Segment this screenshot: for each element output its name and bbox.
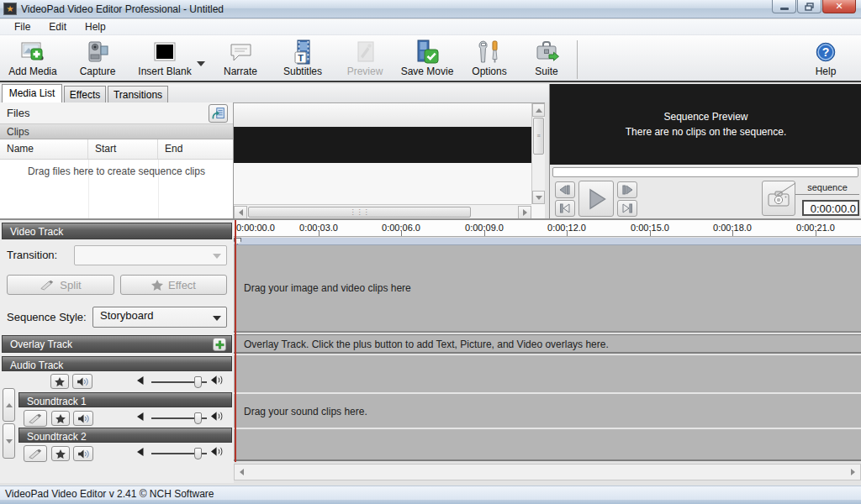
window-title: VideoPad Video Editor Professional - Unt… bbox=[21, 3, 224, 15]
overlay-track-header: Overlay Track bbox=[2, 335, 232, 353]
transition-select[interactable] bbox=[74, 245, 227, 265]
arrow-left-icon bbox=[239, 209, 243, 216]
insert-blank-button[interactable]: Insert Blank bbox=[136, 39, 193, 77]
options-button[interactable]: Options bbox=[467, 39, 511, 77]
previous-frame-button[interactable] bbox=[555, 181, 575, 198]
preview-button[interactable]: Preview bbox=[341, 39, 388, 77]
audio-tracks-timeline[interactable]: Drag your sound clips here. bbox=[234, 355, 861, 461]
video-track-hint: Drag your image and video clips here bbox=[244, 282, 411, 294]
media-list-panel: Files Clips Name Start End Drag files he… bbox=[0, 102, 234, 218]
svg-text:T: T bbox=[298, 53, 304, 63]
add-overlay-icon bbox=[215, 340, 224, 349]
next-frame-button[interactable] bbox=[617, 181, 637, 198]
scroll-down-button[interactable] bbox=[532, 191, 545, 204]
track-control-panel: Video Track Transition: Split Effect Seq… bbox=[0, 220, 234, 483]
split-button[interactable]: Split bbox=[7, 275, 114, 295]
sequence-preview-title: Sequence Preview bbox=[663, 111, 747, 123]
window-controls: ✕ bbox=[772, 0, 856, 13]
menu-bar: File Edit Help bbox=[0, 19, 861, 35]
arrow-up-icon bbox=[536, 108, 542, 113]
restore-icon bbox=[805, 3, 814, 11]
overlay-track-timeline[interactable]: Overlay Track. Click the plus button to … bbox=[234, 334, 861, 354]
clips-table-body[interactable]: Drag files here to create sequence clips bbox=[0, 160, 233, 218]
clips-empty-hint: Drag files here to create sequence clips bbox=[0, 160, 233, 177]
capture-button[interactable]: Capture bbox=[76, 39, 119, 77]
scroll-left-button[interactable] bbox=[234, 206, 247, 219]
menu-file[interactable]: File bbox=[5, 19, 40, 34]
vertical-scroll-thumb[interactable]: ≡ bbox=[533, 118, 544, 155]
clip-pane-horizontal-scrollbar[interactable]: ⋮⋮⋮ bbox=[234, 204, 531, 219]
scroll-up-button[interactable] bbox=[532, 103, 545, 117]
soundtrack1-split-button[interactable] bbox=[24, 410, 47, 427]
play-button[interactable] bbox=[578, 181, 614, 217]
arrow-down-icon bbox=[536, 196, 542, 200]
sequence-seek-slider[interactable] bbox=[552, 167, 858, 177]
detach-panel-button[interactable] bbox=[209, 104, 228, 123]
timeline-horizontal-scrollbar[interactable] bbox=[234, 464, 861, 480]
suite-icon bbox=[532, 39, 561, 66]
audio-effect-button[interactable] bbox=[50, 374, 69, 389]
tracks-scroll-up-button[interactable] bbox=[3, 388, 15, 422]
horizontal-scroll-thumb[interactable]: ⋮⋮⋮ bbox=[248, 207, 471, 218]
soundtrack1-mute-button[interactable] bbox=[73, 411, 93, 426]
timeline-scroll-left-button[interactable] bbox=[235, 465, 249, 480]
soundtrack2-mute-button[interactable] bbox=[73, 446, 93, 461]
go-to-start-button[interactable] bbox=[555, 200, 575, 217]
chevron-down-icon bbox=[213, 254, 221, 259]
files-title: Files bbox=[7, 107, 29, 119]
timeline-scroll-right-button[interactable] bbox=[846, 465, 860, 480]
scroll-right-button[interactable] bbox=[518, 206, 531, 219]
column-name[interactable]: Name bbox=[0, 139, 88, 159]
effect-button[interactable]: Effect bbox=[120, 275, 227, 295]
sequence-time-display: 0:00:00.0 bbox=[802, 200, 859, 216]
add-media-button[interactable]: Add Media bbox=[7, 39, 59, 77]
sequence-tab[interactable]: sequence bbox=[795, 182, 859, 195]
volume-slider-thumb[interactable] bbox=[194, 376, 202, 388]
minimize-button[interactable] bbox=[772, 0, 796, 13]
add-media-icon bbox=[18, 39, 47, 66]
close-icon: ✕ bbox=[835, 1, 843, 12]
videopad-window: ★ VideoPad Video Editor Professional - U… bbox=[0, 0, 861, 504]
svg-text:?: ? bbox=[822, 45, 830, 59]
audio-mute-button[interactable] bbox=[72, 374, 92, 389]
tab-transitions[interactable]: Transitions bbox=[108, 86, 168, 102]
help-button[interactable]: ? Help bbox=[807, 39, 844, 77]
track-divider bbox=[234, 392, 861, 394]
arrow-right-icon bbox=[523, 209, 527, 216]
restore-button[interactable] bbox=[797, 0, 821, 13]
clip-pane-vertical-scrollbar[interactable]: ≡ bbox=[531, 103, 545, 204]
soundtrack2-effect-button[interactable] bbox=[51, 446, 70, 461]
volume-slider-thumb[interactable] bbox=[194, 448, 202, 459]
soundtrack1-effect-button[interactable] bbox=[51, 411, 70, 426]
sequence-style-select[interactable]: Storyboard bbox=[92, 307, 227, 328]
column-end[interactable]: End bbox=[158, 139, 233, 159]
volume-max-icon bbox=[211, 375, 224, 386]
detach-panel-icon bbox=[211, 107, 225, 121]
sequence-preview-message: There are no clips on the sequence. bbox=[626, 126, 786, 138]
tab-media-list[interactable]: Media List bbox=[2, 84, 62, 102]
split-knife-icon bbox=[40, 280, 55, 291]
window-bottom-border bbox=[0, 500, 861, 504]
tracks-scroll-down-button[interactable] bbox=[3, 423, 15, 459]
video-track-timeline[interactable]: Drag your image and video clips here bbox=[234, 245, 861, 333]
soundtrack2-split-button[interactable] bbox=[24, 445, 47, 462]
volume-slider-thumb[interactable] bbox=[194, 412, 202, 424]
menu-edit[interactable]: Edit bbox=[40, 19, 76, 34]
add-overlay-button[interactable] bbox=[213, 338, 226, 351]
save-movie-button[interactable]: Save Movie bbox=[400, 39, 454, 77]
tab-effects[interactable]: Effects bbox=[64, 86, 106, 102]
menu-help[interactable]: Help bbox=[76, 19, 115, 34]
insert-blank-dropdown-arrow[interactable] bbox=[197, 61, 205, 66]
timeline-ruler[interactable]: 0:00:00.0 0:00:03.0 0:00:06.0 0:00:09.0 … bbox=[234, 220, 861, 237]
timeline-scrub-bar[interactable] bbox=[234, 238, 861, 245]
close-button[interactable]: ✕ bbox=[822, 0, 856, 13]
playhead-line[interactable] bbox=[235, 220, 236, 462]
subtitles-button[interactable]: T Subtitles bbox=[279, 39, 326, 77]
narrate-button[interactable]: Narrate bbox=[219, 39, 262, 77]
chevron-down-icon bbox=[213, 316, 221, 321]
knife-icon bbox=[28, 449, 43, 459]
column-start[interactable]: Start bbox=[88, 139, 158, 159]
go-to-end-button[interactable] bbox=[617, 200, 637, 217]
suite-button[interactable]: Suite bbox=[528, 39, 565, 77]
sequence-preview-pane: Sequence Preview There are no clips on t… bbox=[549, 84, 861, 218]
